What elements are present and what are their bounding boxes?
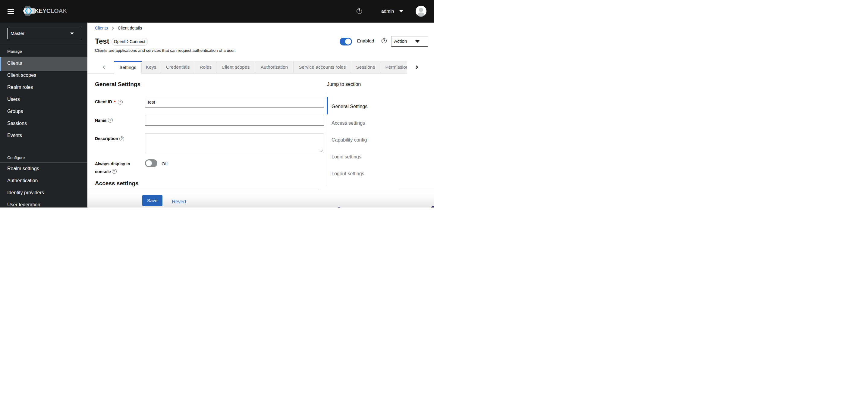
svg-text:KEYCLOAK: KEYCLOAK	[35, 7, 67, 14]
